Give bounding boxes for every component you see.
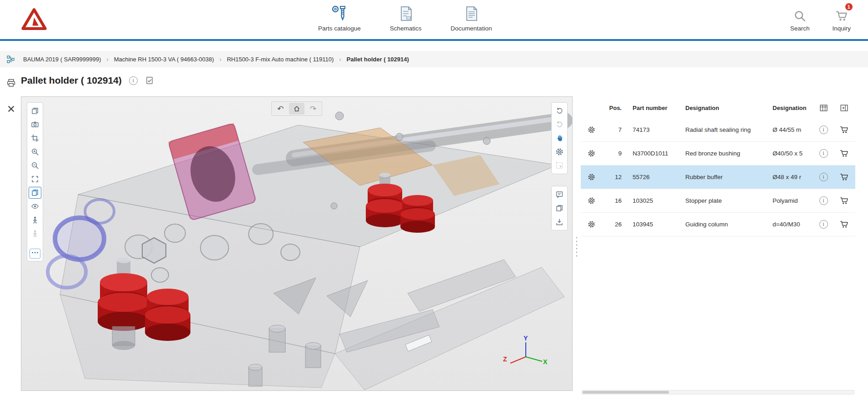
part-options-gear-icon[interactable] bbox=[588, 150, 595, 157]
nav-parts-catalogue[interactable]: Parts catalogue bbox=[318, 5, 361, 32]
zoom-in-icon[interactable] bbox=[29, 146, 41, 158]
breadcrumb-item[interactable]: BAUMA 2019 ( SAR9999999) bbox=[23, 56, 101, 63]
table-row[interactable]: 9 N3700D1011 Red bronze bushing Ø40/50 x… bbox=[581, 142, 855, 165]
axis-y-label: Y bbox=[524, 335, 528, 342]
parts-table-panel: Pos. Part number Designation Designation… bbox=[581, 96, 855, 397]
breadcrumb-item[interactable]: Machine RH 1500-3 VA ( 94663-0038) bbox=[114, 56, 214, 63]
add-to-cart-icon[interactable] bbox=[839, 220, 849, 229]
marquee-select-icon[interactable] bbox=[553, 160, 566, 171]
add-to-cart-icon[interactable] bbox=[839, 196, 849, 205]
search-icon bbox=[793, 9, 807, 23]
pos-cell: 9 bbox=[602, 150, 624, 157]
header-part-number: Part number bbox=[624, 105, 683, 111]
page-title: Pallet holder ( 102914) bbox=[21, 75, 122, 86]
redo-icon[interactable]: ↷ bbox=[305, 103, 321, 115]
part-info-icon[interactable] bbox=[819, 220, 828, 229]
screenshot-icon[interactable] bbox=[29, 119, 41, 130]
undo-icon[interactable]: ↶ bbox=[273, 103, 288, 115]
inquiry-label: Inquiry bbox=[832, 25, 851, 32]
breadcrumb-item[interactable]: RH1500-3 F-mix Auto machine ( 119110) bbox=[227, 56, 334, 63]
table-row[interactable]: 7 74173 Radial shaft sealing ring Ø 44/5… bbox=[581, 118, 855, 142]
designation-cell: Radial shaft sealing ring bbox=[683, 126, 773, 133]
horizontal-scrollbar[interactable] bbox=[582, 390, 854, 395]
add-to-cart-icon[interactable] bbox=[839, 149, 849, 158]
part-number-cell: 74173 bbox=[624, 126, 683, 133]
header-designation: Designation bbox=[683, 105, 773, 111]
part-info-icon[interactable] bbox=[819, 173, 828, 181]
designation-cell: Rubber buffer bbox=[683, 174, 773, 180]
copy-view-icon[interactable] bbox=[29, 105, 41, 117]
table-row[interactable]: 16 103025 Stopper plate Polyamid bbox=[581, 189, 855, 213]
part-info-icon[interactable] bbox=[819, 125, 828, 134]
part-options-gear-icon[interactable] bbox=[588, 126, 595, 134]
scrollbar-thumb[interactable] bbox=[583, 391, 669, 394]
add-to-cart-icon[interactable] bbox=[839, 125, 849, 135]
nav-documentation[interactable]: Documentation bbox=[451, 5, 492, 32]
pan-hand-icon[interactable] bbox=[553, 132, 566, 144]
main-nav: Parts catalogue Schematics Documentation bbox=[318, 5, 492, 32]
note-icon[interactable] bbox=[553, 189, 566, 200]
table-view-icon[interactable] bbox=[819, 104, 828, 112]
part-options-gear-icon[interactable] bbox=[588, 220, 595, 228]
tools-icon[interactable] bbox=[7, 105, 15, 113]
part-number-cell: 103025 bbox=[624, 197, 683, 204]
zoom-out-icon[interactable] bbox=[29, 160, 41, 171]
part-number-cell: 55726 bbox=[624, 174, 683, 180]
rotate-disabled-icon[interactable] bbox=[553, 119, 566, 130]
title-row: Pallet holder ( 102914) bbox=[0, 67, 868, 94]
collapse-panel-icon[interactable] bbox=[840, 104, 848, 112]
3d-model-canvas[interactable] bbox=[21, 97, 572, 390]
pos-cell: 16 bbox=[602, 197, 624, 204]
table-row-selected[interactable]: 12 55726 Rubber buffer Ø48 x 49 r bbox=[581, 165, 855, 189]
dimension-cell: Ø48 x 49 r bbox=[773, 174, 813, 180]
header-actions: Search 1 Inquiry bbox=[790, 6, 851, 32]
duplicate-icon[interactable] bbox=[553, 202, 566, 214]
part-info-icon[interactable] bbox=[819, 149, 828, 158]
nav-label: Parts catalogue bbox=[318, 25, 361, 32]
print-icon[interactable] bbox=[6, 78, 16, 88]
part-info-icon[interactable] bbox=[819, 196, 828, 205]
fit-to-screen-icon[interactable] bbox=[29, 173, 41, 185]
viewer-settings-gear-icon[interactable] bbox=[553, 146, 566, 158]
pos-cell: 7 bbox=[602, 126, 624, 133]
breadcrumb-item-current: Pallet holder ( 102914) bbox=[347, 56, 409, 63]
axis-x-label: X bbox=[543, 358, 548, 365]
3d-viewer[interactable]: … ↶ ↷ Y Z X bbox=[21, 96, 573, 391]
axis-z-label: Z bbox=[503, 355, 507, 363]
info-icon[interactable] bbox=[129, 76, 138, 85]
structure-tree-icon[interactable] bbox=[6, 55, 15, 64]
search-label: Search bbox=[790, 25, 810, 32]
search-button[interactable]: Search bbox=[790, 6, 810, 32]
designation-cell: Red bronze bushing bbox=[683, 150, 773, 157]
breadcrumb-separator bbox=[106, 56, 108, 63]
company-logo[interactable] bbox=[21, 7, 47, 31]
part-options-gear-icon[interactable] bbox=[588, 197, 595, 205]
crop-icon[interactable] bbox=[29, 132, 41, 144]
person-outline-icon[interactable] bbox=[29, 228, 41, 240]
panel-splitter[interactable] bbox=[573, 96, 581, 397]
home-view-icon[interactable] bbox=[289, 103, 304, 115]
breadcrumb-separator bbox=[339, 56, 341, 63]
clipboard-check-icon[interactable] bbox=[145, 76, 154, 85]
part-number-cell: N3700D1011 bbox=[624, 150, 683, 157]
table-row[interactable]: 26 103945 Guiding column d=40/M30 bbox=[581, 213, 855, 236]
person-view-icon[interactable] bbox=[29, 214, 41, 226]
inquiry-button[interactable]: 1 Inquiry bbox=[832, 6, 851, 32]
part-options-gear-icon[interactable] bbox=[588, 173, 595, 181]
dimension-cell: d=40/M30 bbox=[773, 221, 813, 228]
content: … ↶ ↷ Y Z X bbox=[0, 96, 868, 397]
header-pos: Pos. bbox=[602, 105, 624, 111]
more-tools-icon[interactable]: … bbox=[30, 249, 40, 259]
axis-indicator: Y Z X bbox=[502, 335, 548, 373]
bolt-icon bbox=[330, 5, 349, 23]
rotate-view-icon[interactable] bbox=[553, 105, 566, 117]
export-icon[interactable] bbox=[553, 216, 566, 228]
header-designation-2: Designation bbox=[773, 105, 813, 111]
nav-schematics[interactable]: Schematics bbox=[390, 5, 422, 32]
add-to-cart-icon[interactable] bbox=[839, 172, 849, 182]
pos-cell: 12 bbox=[602, 174, 624, 180]
visibility-eye-icon[interactable] bbox=[29, 200, 41, 212]
viewer-top-toolbar: ↶ ↷ bbox=[271, 101, 322, 116]
layers-icon[interactable] bbox=[29, 187, 41, 199]
designation-cell: Stopper plate bbox=[683, 197, 773, 204]
